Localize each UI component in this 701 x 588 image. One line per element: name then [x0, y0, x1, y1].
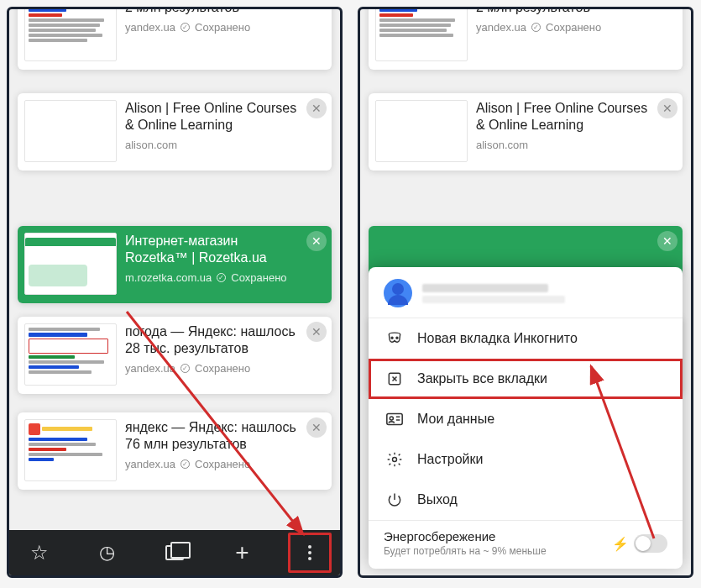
- browser-menu: Новая вкладка Инкогнито Закрыть все вкла…: [369, 267, 683, 569]
- tab-thumbnail: [24, 419, 117, 481]
- tab-status: Сохранено: [195, 362, 250, 375]
- close-tab-button[interactable]: ✕: [657, 231, 677, 251]
- tab-title: яндекс — Яндекс: нашлось 76 млн результа…: [125, 419, 303, 453]
- menu-label: Настройки: [417, 452, 483, 467]
- tab-domain: m.rozetka.com.ua: [125, 271, 212, 284]
- tab-thumbnail: [24, 100, 117, 162]
- tab-title: 2 млн результатов: [476, 9, 654, 16]
- tab-domain: yandex.ua: [125, 362, 175, 375]
- bookmarks-button[interactable]: [18, 530, 61, 575]
- close-tab-button[interactable]: ✕: [657, 98, 677, 118]
- tabs-overview: 2 млн результатов yandex.ua Сохранено Al…: [9, 9, 340, 575]
- tab-card[interactable]: погода — Яндекс: нашлось 28 тыс. результ…: [18, 317, 332, 394]
- tab-thumbnail: [24, 233, 117, 295]
- close-tab-button[interactable]: ✕: [306, 417, 327, 438]
- gear-icon: [385, 450, 404, 469]
- tab-thumbnail: [24, 9, 117, 61]
- tab-domain: yandex.ua: [125, 21, 175, 34]
- svg-point-5: [390, 417, 393, 420]
- tab-domain: yandex.ua: [125, 458, 175, 470]
- tab-title: погода — Яндекс: нашлось 28 тыс. результ…: [125, 323, 303, 357]
- tab-status: Сохранено: [195, 21, 250, 34]
- menu-item-settings[interactable]: Настройки: [369, 439, 683, 480]
- tab-status: Сохранено: [195, 458, 250, 470]
- tab-title: Интернет-магазин Rozetka™ | Rozetka.ua: [125, 233, 303, 266]
- bolt-icon: ⚡: [612, 536, 629, 552]
- tab-thumbnail: [375, 9, 468, 61]
- bottom-toolbar: [9, 530, 340, 575]
- energy-toggle[interactable]: [634, 534, 667, 553]
- svg-point-8: [393, 458, 397, 462]
- menu-item-incognito[interactable]: Новая вкладка Инкогнито: [369, 318, 683, 359]
- menu-label: Выход: [417, 492, 458, 507]
- tab-card-active[interactable]: Интернет-магазин Rozetka™ | Rozetka.ua m…: [18, 226, 332, 303]
- close-tab-button[interactable]: ✕: [306, 231, 327, 251]
- new-tab-button[interactable]: [221, 530, 264, 575]
- tab-thumbnail: [375, 100, 468, 162]
- tab-domain: yandex.ua: [476, 21, 526, 34]
- svg-point-2: [396, 337, 398, 339]
- mask-icon: [385, 329, 404, 348]
- saved-icon: [531, 23, 541, 32]
- tab-status: Сохранено: [231, 271, 286, 284]
- tab-card[interactable]: Alison | Free Online Courses & Online Le…: [18, 93, 332, 171]
- user-avatar-icon: [384, 279, 412, 307]
- menu-label: Закрыть все вкладки: [417, 371, 547, 386]
- tab-domain: alison.com: [125, 139, 177, 151]
- menu-label: Новая вкладка Инкогнито: [417, 331, 578, 346]
- id-card-icon: [385, 410, 404, 428]
- tab-card[interactable]: 2 млн результатов yandex.ua Сохранено: [18, 9, 332, 70]
- tab-title: Alison | Free Online Courses & Online Le…: [125, 100, 303, 134]
- close-tab-button[interactable]: ✕: [306, 322, 327, 342]
- saved-icon: [180, 23, 190, 32]
- tab-status: Сохранено: [546, 21, 601, 34]
- tab-title: Alison | Free Online Courses & Online Le…: [476, 100, 654, 134]
- saved-icon: [180, 459, 190, 469]
- tab-domain: alison.com: [476, 139, 528, 151]
- tab-title: 2 млн результатов: [125, 9, 303, 16]
- phone-screen-left: 2 млн результатов yandex.ua Сохранено Al…: [7, 7, 343, 578]
- menu-item-my-data[interactable]: Мои данные: [369, 399, 683, 439]
- more-menu-button[interactable]: [288, 533, 332, 573]
- phone-screen-right: 2 млн результатов yandex.ua Сохранено Al…: [358, 7, 693, 578]
- energy-subtitle: Будет потреблять на ~ 9% меньше: [384, 545, 547, 557]
- svg-point-1: [391, 337, 393, 339]
- saved-icon: [180, 364, 190, 373]
- tab-card[interactable]: 2 млн результатов yandex.ua Сохранено: [369, 9, 683, 70]
- saved-icon: [217, 273, 226, 282]
- tab-card[interactable]: Alison | Free Online Courses & Online Le…: [369, 93, 683, 171]
- vertical-dots-icon: [308, 545, 311, 560]
- tab-card[interactable]: яндекс — Яндекс: нашлось 76 млн результа…: [18, 412, 332, 490]
- close-tab-button[interactable]: ✕: [306, 98, 327, 118]
- history-button[interactable]: [86, 530, 129, 575]
- menu-energy-row[interactable]: Энергосбережение Будет потреблять на ~ 9…: [369, 521, 683, 569]
- menu-item-exit[interactable]: Выход: [369, 480, 683, 520]
- power-icon: [385, 491, 404, 509]
- menu-item-close-all[interactable]: Закрыть все вкладки: [369, 359, 683, 399]
- close-square-icon: [385, 370, 404, 388]
- user-name-blurred: [422, 284, 565, 303]
- menu-label: Мои данные: [417, 412, 494, 427]
- tabs-button[interactable]: [153, 530, 196, 575]
- menu-user-row[interactable]: [369, 267, 683, 318]
- tab-thumbnail: [24, 323, 117, 386]
- energy-title: Энергосбережение: [384, 529, 547, 543]
